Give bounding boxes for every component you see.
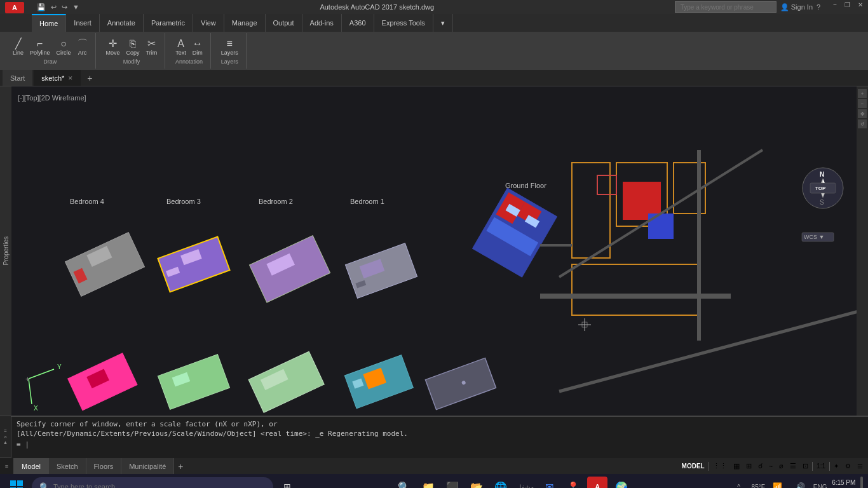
tab-output[interactable]: Output <box>266 14 302 32</box>
search-app-icon[interactable]: 🔍 <box>394 477 414 488</box>
svg-text:X: X <box>34 405 38 412</box>
tab-express-tools[interactable]: Express Tools <box>374 14 433 32</box>
svg-text:+: + <box>25 375 30 384</box>
minimize-button[interactable]: − <box>833 1 837 13</box>
task-view-button[interactable]: ⊞ <box>277 477 297 488</box>
zoom-out-button[interactable]: − <box>858 99 867 108</box>
ribbon-toolbar: ╱Line ⌐Polyline ○Circle ⌒Arc Draw ✛Move … <box>0 32 868 70</box>
svg-text:Bedroom 2: Bedroom 2 <box>259 198 293 205</box>
watermark-icon: مشفل <box>515 477 535 488</box>
document-tabs: Start sketch* ✕ + <box>0 70 868 86</box>
status-polar[interactable]: ☌ <box>756 462 765 470</box>
zoom-in-button[interactable]: + <box>858 89 867 98</box>
status-settings[interactable]: ⚙ <box>843 463 853 470</box>
windows-logo-icon <box>9 479 24 488</box>
layout-tab-sketch[interactable]: Sketch <box>49 458 86 474</box>
doc-tab-start[interactable]: Start <box>3 70 32 86</box>
ribbon-group-modify: ✛Move ⎘Copy ✂Trim Modify <box>98 33 166 69</box>
circle-button[interactable]: ○Circle <box>54 37 74 57</box>
folder-icon[interactable]: 📂 <box>466 477 487 488</box>
cad-viewport[interactable]: Properties [-][Top][2D Wireframe] Bedroo… <box>0 86 868 416</box>
restore-button[interactable]: ❐ <box>844 1 850 13</box>
status-menu[interactable]: ☰ <box>855 463 865 470</box>
status-snap[interactable]: ▦ <box>731 462 742 470</box>
line-button[interactable]: ╱Line <box>10 37 26 57</box>
layout-tab-municipality[interactable]: Municipalité <box>121 458 174 474</box>
layout-tab-model[interactable]: Model <box>14 458 49 474</box>
command-input[interactable] <box>32 440 863 449</box>
arc-button[interactable]: ⌒Arc <box>75 37 90 57</box>
edge-icon[interactable]: 🌐 <box>491 477 511 488</box>
status-grid[interactable]: ⋮⋮ <box>710 462 729 470</box>
autocad-taskbar-icon[interactable]: A <box>587 477 607 488</box>
sign-in-btn[interactable]: 👤 Sign In <box>780 3 813 11</box>
window-title: Autodesk AutoCAD 2017 sketch.dwg <box>79 3 675 11</box>
taskbar-search[interactable]: 🔍 <box>32 477 273 488</box>
svg-text:Y: Y <box>57 363 62 370</box>
ribbon-search-input[interactable] <box>675 1 776 13</box>
browser-taskbar-icon[interactable]: 🌍 <box>611 477 632 488</box>
new-doc-button[interactable]: + <box>82 73 97 83</box>
move-button[interactable]: ✛Move <box>104 37 123 57</box>
tab-view[interactable]: View <box>193 14 224 32</box>
svg-text:WCS ▼: WCS ▼ <box>804 234 824 240</box>
start-button[interactable] <box>5 475 28 488</box>
doc-tab-sketch[interactable]: sketch* ✕ <box>34 70 81 86</box>
language-indicator: ENG <box>813 484 827 489</box>
svg-text:Bedroom 3: Bedroom 3 <box>166 198 201 205</box>
tab-addins[interactable]: Add-ins <box>302 14 342 32</box>
network-icon[interactable]: 📶 <box>768 477 788 488</box>
help-icon[interactable]: ? <box>817 3 820 11</box>
tab-more[interactable]: ▾ <box>433 14 453 32</box>
tab-insert[interactable]: Insert <box>66 14 100 32</box>
tab-parametric[interactable]: Parametric <box>144 14 193 32</box>
maps-icon[interactable]: 📍 <box>563 477 583 488</box>
layout-tab-floors[interactable]: Floors <box>86 458 122 474</box>
file-explorer-icon[interactable]: 📁 <box>418 477 438 488</box>
tab-manage[interactable]: Manage <box>224 14 266 32</box>
new-layout-button[interactable]: + <box>174 461 187 471</box>
taskbar-search-input[interactable] <box>53 483 266 488</box>
status-scale[interactable]: 1:1 <box>814 463 828 470</box>
status-otrack[interactable]: ⌀ <box>776 462 786 470</box>
svg-text:N: N <box>820 171 824 178</box>
clock-display: 6:15 PM 7/22/2021 <box>830 478 858 488</box>
status-transparency[interactable]: ⊡ <box>800 462 811 470</box>
taskbar-search-icon: 🔍 <box>39 482 50 489</box>
show-desktop-button[interactable] <box>860 477 863 488</box>
orbit-button[interactable]: ↺ <box>858 119 867 128</box>
app-logo: A <box>5 2 24 13</box>
tab-a360[interactable]: A360 <box>342 14 374 32</box>
status-separator-3 <box>829 462 830 471</box>
tab-annotate[interactable]: Annotate <box>100 14 144 32</box>
volume-icon[interactable]: 🔊 <box>790 477 811 488</box>
properties-panel[interactable]: Properties <box>0 86 11 416</box>
cad-drawing: [-][Top][2D Wireframe] Bedroom 4 Bedroom… <box>0 86 868 416</box>
command-line: Specify corner of window, enter a scale … <box>11 416 868 458</box>
taskbar-pinned-apps: 🔍 📁 ⬛ 📂 🌐 مشفل ✉ 📍 A 🌍 <box>394 477 632 488</box>
status-model[interactable]: MODEL <box>679 463 707 470</box>
close-doc-button[interactable]: ✕ <box>68 75 73 81</box>
command-input-row: ≡ ∣ <box>17 440 863 449</box>
pan-button[interactable]: ✥ <box>858 109 867 118</box>
mail-icon[interactable]: ✉ <box>539 477 559 488</box>
tray-expand-button[interactable]: ^ <box>729 477 749 488</box>
window-controls: 👤 Sign In ? − ❐ ✕ <box>675 1 863 13</box>
trim-button[interactable]: ✂Trim <box>144 37 160 57</box>
copy-button[interactable]: ⎘Copy <box>124 37 142 57</box>
status-workspace[interactable]: ✦ <box>831 463 841 470</box>
polyline-button[interactable]: ⌐Polyline <box>27 37 53 57</box>
close-button[interactable]: ✕ <box>858 1 863 13</box>
text-button[interactable]: AText <box>173 37 189 57</box>
taskbar: 🔍 ⊞ 🔍 📁 ⬛ 📂 🌐 مشفل ✉ 📍 A 🌍 ^ 85°F 📶 🔊 EN… <box>0 474 868 488</box>
status-ortho[interactable]: ⊞ <box>743 462 754 470</box>
svg-text:TOP: TOP <box>815 186 826 191</box>
dim-button[interactable]: ↔Dim <box>190 37 205 57</box>
layout-menu-btn[interactable]: ≡ <box>0 458 14 474</box>
office-icon[interactable]: ⬛ <box>442 477 463 488</box>
status-osnap[interactable]: ~ <box>766 463 775 470</box>
status-lineweight[interactable]: ☰ <box>787 462 799 470</box>
ribbon-group-draw: ╱Line ⌐Polyline ○Circle ⌒Arc Draw <box>5 33 96 69</box>
layer-button[interactable]: ≡Layers <box>219 37 241 57</box>
tab-home[interactable]: Home <box>32 14 66 32</box>
